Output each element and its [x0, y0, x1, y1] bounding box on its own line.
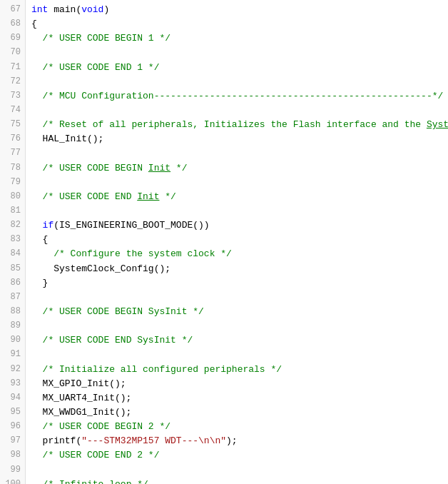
code-line — [31, 104, 448, 118]
code-line: MX_WWDG1_Init(); — [31, 405, 448, 420]
string-token: "---STM32MP157 WDT---\n\n" — [81, 435, 226, 446]
code-line: /* Reset of all peripherals, Initializes… — [31, 118, 448, 132]
comment-token: */ — [159, 191, 175, 202]
comment-token: /* USER CODE END 1 */ — [43, 62, 160, 73]
code-line — [31, 146, 448, 161]
code-line: SystemClock_Config(); — [31, 262, 448, 276]
plain-token: { — [31, 19, 37, 29]
keyword-token: int — [31, 4, 48, 15]
code-line — [31, 46, 448, 60]
code-line: int main(void) — [31, 3, 448, 17]
line-number: 84 — [3, 247, 21, 261]
keyword-token: if — [43, 220, 54, 231]
code-content: int main(void){ /* USER CODE BEGIN 1 */ … — [26, 0, 448, 484]
line-number: 92 — [3, 363, 21, 377]
code-line: /* Configure the system clock */ — [31, 247, 448, 261]
line-number: 82 — [3, 218, 21, 233]
code-line: if(IS_ENGINEERING_BOOT_MODE()) — [31, 218, 448, 233]
comment-token: */ — [170, 163, 187, 173]
plain-token: SystemClock_Config(); — [31, 263, 170, 274]
line-number: 85 — [3, 262, 21, 276]
comment-token: /* Reset of all peripherals, Initializes… — [43, 119, 427, 130]
comment-token: /* Infinite loop */ — [43, 479, 148, 484]
plain-token: ); — [226, 435, 238, 446]
line-number: 74 — [3, 104, 21, 118]
line-number: 75 — [3, 118, 21, 132]
line-number: 87 — [3, 291, 21, 305]
line-number: 90 — [3, 333, 21, 348]
keyword-token: void — [81, 4, 103, 15]
code-line: /* USER CODE END 2 */ — [31, 448, 448, 463]
line-number: 78 — [3, 161, 21, 176]
line-number: 69 — [3, 31, 21, 46]
plain-token — [31, 479, 43, 484]
code-line — [31, 348, 448, 362]
line-number: 89 — [3, 319, 21, 333]
comment-token: /* Initialize all configured peripherals… — [43, 364, 282, 375]
plain-token: MX_WWDG1_Init(); — [31, 407, 131, 418]
line-number: 83 — [3, 233, 21, 247]
comment-token: /* USER CODE BEGIN 2 */ — [43, 421, 170, 432]
line-number: 91 — [3, 348, 21, 362]
comment-token: /* USER CODE BEGIN 1 */ — [43, 33, 170, 44]
line-number: 95 — [3, 405, 21, 420]
code-line: { — [31, 17, 448, 31]
line-number: 96 — [3, 420, 21, 434]
comment-token: /* USER CODE BEGIN — [43, 163, 148, 173]
comment-token: /* MCU Configuration--------------------… — [43, 91, 444, 101]
line-number: 97 — [3, 434, 21, 448]
comment-token: Systick — [427, 119, 448, 130]
code-line: /* USER CODE BEGIN Init */ — [31, 161, 448, 176]
code-line — [31, 75, 448, 89]
plain-token — [31, 91, 43, 101]
code-line: /* Infinite loop */ — [31, 478, 448, 484]
code-line: /* USER CODE BEGIN 2 */ — [31, 420, 448, 434]
code-line — [31, 463, 448, 478]
code-line: /* USER CODE END Init */ — [31, 190, 448, 204]
line-number: 71 — [3, 61, 21, 75]
plain-token: printf( — [31, 435, 81, 446]
code-line — [31, 204, 448, 218]
code-line: /* Initialize all configured peripherals… — [31, 363, 448, 377]
line-number: 73 — [3, 89, 21, 104]
plain-token: MX_UART4_Init(); — [31, 393, 131, 403]
plain-token — [31, 163, 43, 173]
comment-token: /* USER CODE BEGIN SysInit */ — [43, 306, 204, 317]
line-number: 70 — [3, 46, 21, 60]
line-number: 86 — [3, 276, 21, 291]
code-line: MX_GPIO_Init(); — [31, 377, 448, 391]
comment-token: Init — [148, 163, 170, 173]
comment-token: /* USER CODE END — [43, 191, 138, 202]
comment-token: Init — [137, 191, 159, 202]
code-line — [31, 291, 448, 305]
line-number: 81 — [3, 204, 21, 218]
code-line — [31, 176, 448, 190]
code-line: /* MCU Configuration--------------------… — [31, 89, 448, 104]
line-number: 93 — [3, 377, 21, 391]
code-line: /* USER CODE BEGIN SysInit */ — [31, 305, 448, 319]
plain-token — [31, 421, 43, 432]
line-number: 76 — [3, 132, 21, 146]
code-line: MX_UART4_Init(); — [31, 391, 448, 405]
plain-token: MX_GPIO_Init(); — [31, 378, 126, 389]
plain-token: main( — [48, 4, 81, 15]
plain-token — [31, 335, 43, 346]
plain-token — [31, 220, 43, 231]
code-line: /* USER CODE END 1 */ — [31, 61, 448, 75]
line-number: 99 — [3, 463, 21, 478]
plain-token — [31, 248, 54, 259]
line-number: 72 — [3, 75, 21, 89]
plain-token: { — [31, 234, 48, 245]
line-number: 94 — [3, 391, 21, 405]
code-line: /* USER CODE END SysInit */ — [31, 333, 448, 348]
plain-token: } — [31, 278, 48, 288]
line-number: 79 — [3, 176, 21, 190]
plain-token: ) — [103, 4, 109, 15]
code-line: printf("---STM32MP157 WDT---\n\n"); — [31, 434, 448, 448]
code-line — [31, 319, 448, 333]
plain-token — [31, 191, 43, 202]
line-number: 80 — [3, 190, 21, 204]
line-number: 67 — [3, 3, 21, 17]
code-editor: 6768697071727374757677787980818283848586… — [0, 0, 448, 484]
comment-token: /* Configure the system clock */ — [54, 248, 232, 259]
